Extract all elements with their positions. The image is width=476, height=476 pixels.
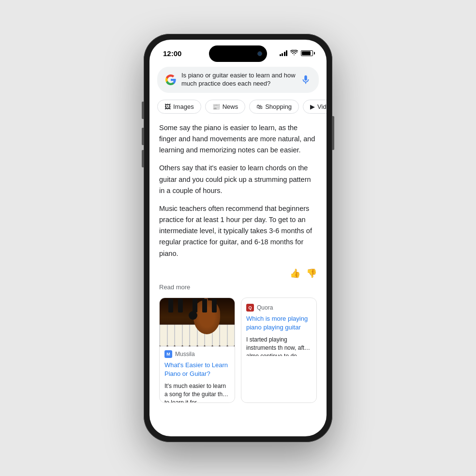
wifi-icon — [290, 50, 298, 57]
dynamic-island — [209, 45, 267, 62]
black-key-4 — [202, 299, 207, 312]
mussila-card-title[interactable]: What's Easier to Learn Piano or Guitar? — [160, 360, 235, 381]
thumbs-up-button[interactable]: 👍 — [290, 268, 300, 279]
answer-paragraph-1: Some say the piano is easier to learn, a… — [159, 122, 317, 156]
tab-images-label: Images — [173, 103, 194, 110]
answer-paragraph-3: Music teachers often recommend that begi… — [159, 203, 317, 259]
black-key-2 — [178, 299, 183, 312]
tab-news[interactable]: 📰 News — [205, 100, 246, 114]
status-icons — [280, 50, 313, 57]
phone-screen: 12:00 — [149, 40, 327, 436]
tab-shopping-label: Shopping — [265, 103, 292, 110]
thumbs-down-button[interactable]: 👎 — [306, 268, 317, 279]
shopping-icon: 🛍 — [256, 103, 263, 110]
camera-dot — [257, 51, 262, 56]
tab-shopping[interactable]: 🛍 Shopping — [249, 100, 299, 114]
filter-tabs: 🖼 Images 📰 News 🛍 Shopping ▶ Vide... — [149, 98, 327, 119]
news-icon: 📰 — [212, 103, 220, 110]
card-mussila-source: M Mussila — [160, 346, 235, 360]
tab-images[interactable]: 🖼 Images — [157, 100, 201, 114]
tab-videos[interactable]: ▶ Vide... — [303, 100, 327, 114]
quora-card-title[interactable]: Which is more playing piano playing guit… — [241, 313, 316, 335]
search-query-text: Is piano or guitar easier to learn and h… — [181, 72, 296, 88]
cards-row: M Mussila What's Easier to Learn Piano o… — [159, 298, 317, 403]
quora-card-snippet: I started playing instruments th now, af… — [241, 335, 316, 356]
status-time: 12:00 — [163, 49, 181, 58]
tab-news-label: News — [223, 103, 238, 110]
black-key — [168, 299, 173, 312]
card-quora-source: Q Quora — [241, 298, 316, 313]
black-key-5 — [212, 299, 217, 312]
mic-icon[interactable] — [300, 74, 311, 85]
quora-logo: Q — [246, 304, 254, 312]
signal-icon — [280, 50, 288, 56]
images-icon: 🖼 — [164, 103, 171, 110]
answer-paragraph-2: Others say that it's easier to learn cho… — [159, 163, 317, 196]
read-more-link[interactable]: Read more — [159, 283, 317, 291]
mussila-logo: M — [164, 350, 172, 358]
black-key-3 — [193, 299, 197, 312]
content-area: Some say the piano is easier to learn, a… — [149, 119, 327, 433]
feedback-row: 👍 👎 — [159, 266, 317, 283]
card-mussila-image — [160, 298, 235, 346]
battery-icon — [301, 50, 313, 56]
answer-text: Some say the piano is easier to learn, a… — [159, 122, 317, 259]
tab-videos-label: Vide... — [317, 103, 327, 110]
videos-icon: ▶ — [310, 103, 315, 110]
phone-frame: 12:00 — [144, 34, 332, 442]
quora-source-name: Quora — [257, 304, 273, 311]
mussila-card-snippet: It's much easier to learn a song for the… — [160, 381, 235, 402]
google-logo — [165, 74, 177, 86]
card-mussila[interactable]: M Mussila What's Easier to Learn Piano o… — [159, 298, 235, 403]
search-bar[interactable]: Is piano or guitar easier to learn and h… — [157, 67, 319, 93]
mussila-source-name: Mussila — [175, 351, 195, 357]
card-quora[interactable]: Q Quora Which is more playing piano play… — [241, 298, 317, 403]
